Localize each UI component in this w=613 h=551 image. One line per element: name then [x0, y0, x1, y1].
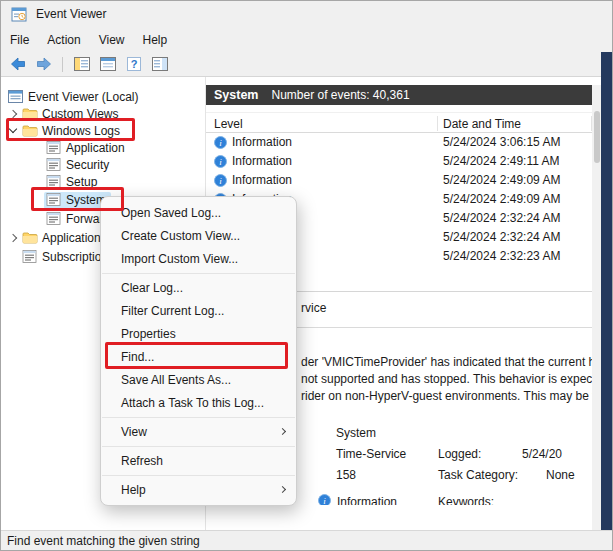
datetime-cell: 5/24/2024 2:32:24 AM: [443, 230, 560, 244]
menu-bar: FileActionViewHelp: [0, 28, 613, 52]
tree-item-windows-logs[interactable]: Windows Logs: [0, 122, 206, 140]
logged-label: Logged:: [438, 447, 481, 461]
status-bar: Find event matching the given string: [0, 530, 613, 551]
column-header-date[interactable]: Date and Time: [443, 117, 521, 131]
tree-item-security[interactable]: Security: [0, 156, 206, 174]
menu-view[interactable]: View: [90, 30, 134, 50]
expanded-chevron-icon[interactable]: [6, 124, 20, 138]
event-id-value: 158: [336, 468, 356, 482]
menu-item-label: Refresh: [121, 454, 163, 468]
menu-item-label: Create Custom View...: [121, 229, 240, 243]
datetime-cell: 5/24/2024 2:49:09 AM: [443, 173, 560, 187]
event-count: Number of events: 40,361: [271, 88, 409, 102]
tree-item-label: Application: [66, 141, 125, 155]
menu-item-refresh[interactable]: Refresh: [101, 449, 296, 472]
menu-item-help[interactable]: Help: [101, 478, 296, 501]
console-icon: [8, 90, 24, 104]
folder-icon: [22, 231, 38, 245]
menu-item-attach-a-task-to-this-log[interactable]: Attach a Task To this Log...: [101, 391, 296, 414]
scrollbar-thumb[interactable]: [594, 111, 600, 163]
menu-item-label: Properties: [121, 327, 176, 341]
log-icon: [46, 141, 62, 155]
task-category-value: None: [546, 468, 575, 482]
log-icon: [46, 175, 62, 189]
menu-item-clear-log[interactable]: Clear Log...: [101, 276, 296, 299]
information-icon: [318, 494, 331, 505]
log-icon: [46, 158, 62, 172]
description-line: der 'VMICTimeProvider' has indicated tha…: [301, 354, 592, 371]
menu-item-label: Clear Log...: [121, 281, 183, 295]
information-icon: [214, 174, 227, 187]
column-header-level[interactable]: Level: [214, 117, 243, 131]
event-row[interactable]: Information5/24/2024 2:49:09 AM: [206, 171, 592, 190]
menu-help[interactable]: Help: [134, 30, 177, 50]
tree-item-event-viewer-local[interactable]: Event Viewer (Local): [0, 88, 206, 106]
show-console-tree-button[interactable]: [71, 55, 92, 74]
collapsed-chevron-icon[interactable]: [6, 107, 20, 121]
menu-item-create-custom-view[interactable]: Create Custom View...: [101, 224, 296, 247]
menu-item-label: Import Custom View...: [121, 252, 238, 266]
description-line: not supported and has stopped. This beha…: [301, 371, 592, 388]
tree-item-label: Event Viewer (Local): [28, 90, 139, 104]
menu-item-open-saved-log[interactable]: Open Saved Log...: [101, 201, 296, 224]
context-menu: Open Saved Log...Create Custom View...Im…: [100, 196, 297, 506]
information-icon: [214, 136, 227, 149]
folder-icon: [22, 107, 38, 121]
menu-item-filter-current-log[interactable]: Filter Current Log...: [101, 299, 296, 322]
svg-text:?: ?: [130, 58, 137, 70]
logged-value: 5/24/20: [522, 447, 562, 461]
keywords-label: Keywords:: [438, 495, 494, 505]
tree-item-setup[interactable]: Setup: [0, 173, 206, 191]
task-category-label: Task Category:: [438, 468, 518, 482]
menu-item-label: Attach a Task To this Log...: [121, 396, 264, 410]
back-button[interactable]: [7, 55, 28, 74]
level-cell: Information: [232, 135, 292, 149]
menu-item-import-custom-view[interactable]: Import Custom View...: [101, 247, 296, 270]
action-pane-icon: [152, 57, 168, 71]
table-header: Level Date and Time: [206, 112, 592, 133]
log-icon: [22, 250, 38, 264]
help-button[interactable]: ?: [123, 55, 144, 74]
forward-button[interactable]: [33, 55, 54, 74]
level-cell: Information: [232, 154, 292, 168]
title-bar: Event Viewer: [0, 0, 613, 28]
tree-item-label: Security: [66, 158, 109, 172]
question-icon: ?: [127, 57, 141, 71]
log-icon: [46, 193, 62, 207]
menu-item-save-all-events-as[interactable]: Save All Events As...: [101, 368, 296, 391]
console-tree-icon: [74, 57, 90, 71]
submenu-chevron-icon: [279, 485, 286, 492]
menu-action[interactable]: Action: [38, 30, 89, 50]
tree-item-label: Setup: [66, 175, 97, 189]
event-viewer-window: Event Viewer FileActionViewHelp ? Event …: [0, 0, 613, 551]
menu-item-find[interactable]: Find...: [101, 345, 296, 368]
properties-button[interactable]: [97, 55, 118, 74]
folder-icon: [22, 124, 38, 138]
arrow-right-icon: [36, 57, 52, 71]
menu-item-properties[interactable]: Properties: [101, 322, 296, 345]
event-source-fragment: rvice: [301, 301, 326, 315]
datetime-cell: 5/24/2024 3:06:15 AM: [443, 135, 560, 149]
log-name-value: System: [336, 426, 376, 440]
menu-item-view[interactable]: View: [101, 420, 296, 443]
submenu-chevron-icon: [279, 427, 286, 434]
status-text: Find event matching the given string: [7, 534, 200, 548]
show-action-pane-button[interactable]: [149, 55, 170, 74]
menu-file[interactable]: File: [1, 30, 38, 50]
tree-item-custom-views[interactable]: Custom Views: [0, 105, 206, 123]
column-divider[interactable]: [437, 116, 438, 131]
event-row[interactable]: Information5/24/2024 3:06:15 AM: [206, 133, 592, 152]
tree-item-application[interactable]: Application: [0, 139, 206, 157]
event-row[interactable]: Information5/24/2024 2:49:11 AM: [206, 152, 592, 171]
datetime-cell: 5/24/2024 2:49:09 AM: [443, 192, 560, 206]
collapsed-chevron-icon[interactable]: [6, 231, 20, 245]
menu-item-label: Save All Events As...: [121, 373, 231, 387]
window-title: Event Viewer: [36, 7, 106, 21]
datetime-cell: 5/24/2024 2:49:11 AM: [443, 154, 560, 168]
tree-item-label: Windows Logs: [42, 124, 120, 138]
window-properties-icon: [100, 57, 116, 71]
datetime-cell: 5/24/2024 2:32:24 AM: [443, 211, 560, 225]
event-viewer-app-icon: [11, 7, 27, 21]
description-line: rider on non-HyperV-guest environments. …: [301, 388, 592, 405]
level-value: Information: [337, 495, 397, 505]
